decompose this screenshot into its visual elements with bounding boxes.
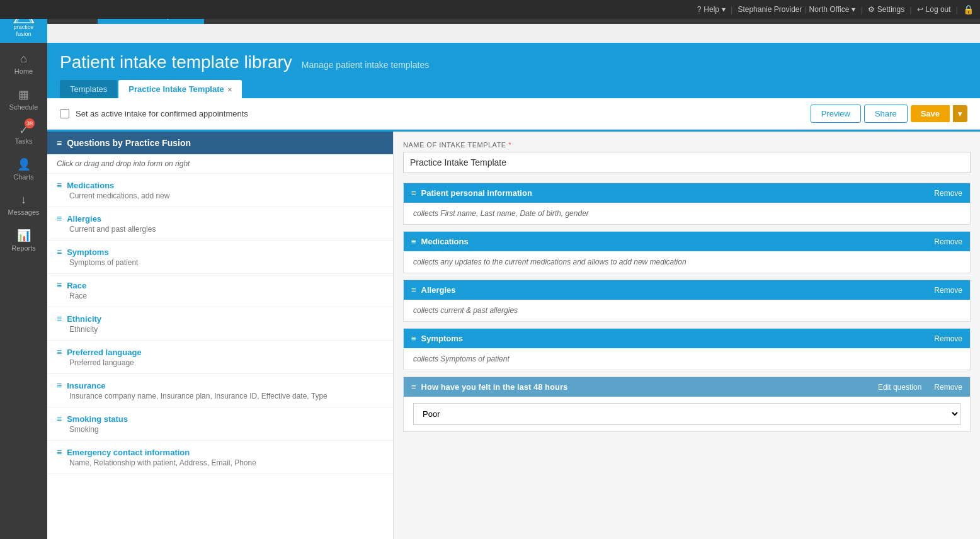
question-race-title[interactable]: ≡ Race — [57, 280, 384, 290]
help-button[interactable]: ? Help ▾ — [697, 5, 726, 14]
sidebar-item-messages[interactable]: ↓ Messages — [0, 187, 47, 222]
tab-active-close[interactable]: × — [228, 86, 232, 93]
template-name-label: NAME OF INTAKE TEMPLATE * — [403, 141, 971, 149]
section-allergies: ≡ Allergies Remove collects current & pa… — [403, 280, 971, 322]
sidebar-label-charts: Charts — [13, 173, 33, 181]
messages-icon: ↓ — [21, 193, 26, 207]
settings-button[interactable]: ⚙ Settings — [868, 5, 904, 14]
drag-icon-section-patient: ≡ — [411, 188, 416, 198]
q-ethnicity-desc: Ethnicity — [57, 325, 384, 334]
active-intake-checkbox[interactable] — [60, 109, 69, 118]
office-name: North Office — [809, 5, 850, 14]
sidebar-label-tasks: Tasks — [14, 137, 32, 145]
section-patient-personal-title: ≡ Patient personal information — [411, 188, 532, 198]
logout-button[interactable]: ↩ Log out — [917, 5, 951, 14]
q-emergency-contact-label: Emergency contact information — [67, 448, 190, 457]
tab-active-label: Practice Intake Template — [128, 84, 224, 94]
template-name-input[interactable] — [403, 152, 971, 173]
question-insurance-title[interactable]: ≡ Insurance — [57, 380, 384, 390]
drag-icon-symptoms: ≡ — [57, 247, 62, 257]
drag-header-icon: ≡ — [57, 138, 62, 148]
question-preferred-language: ≡ Preferred language Preferred language — [47, 341, 393, 374]
how-felt-dropdown[interactable]: Poor Fair Good Very Good Excellent — [413, 403, 960, 425]
home-icon: ⌂ — [20, 52, 27, 65]
question-ethnicity-title[interactable]: ≡ Ethnicity — [57, 314, 384, 324]
left-panel-hint: Click or drag and drop into form on righ… — [47, 154, 393, 174]
sidebar-label-home: Home — [14, 67, 33, 75]
page-header: Patient intake template library Manage p… — [47, 43, 980, 98]
section-medications: ≡ Medications Remove collects any update… — [403, 231, 971, 273]
section-medications-title: ≡ Medications — [411, 237, 469, 246]
settings-label: Settings — [877, 5, 904, 14]
sidebar-item-charts[interactable]: 👤 Charts — [0, 151, 47, 187]
section-patient-personal-body: collects First name, Last name, Date of … — [404, 203, 970, 224]
provider-selector[interactable]: Stephanie Provider | North Office ▾ — [738, 5, 855, 14]
edit-question-button[interactable]: Edit question — [878, 383, 921, 392]
name-label-text: NAME OF INTAKE TEMPLATE — [403, 141, 506, 149]
drag-icon-section-allergies: ≡ — [411, 285, 416, 295]
schedule-icon: ▦ — [18, 88, 29, 101]
tab-practice-intake[interactable]: Practice Intake Template × — [118, 80, 242, 98]
tab-templates-label: Templates — [70, 84, 107, 94]
remove-medications-button[interactable]: Remove — [934, 237, 962, 246]
page-title: Patient intake template library — [60, 52, 292, 72]
charts-icon: 👤 — [17, 157, 31, 171]
question-smoking-status-title[interactable]: ≡ Smoking status — [57, 414, 384, 424]
question-ethnicity: ≡ Ethnicity Ethnicity — [47, 307, 393, 341]
tab-templates[interactable]: Templates — [60, 80, 117, 98]
remove-symptoms-button[interactable]: Remove — [934, 334, 962, 343]
section-allergies-label: Allergies — [421, 285, 456, 295]
remove-allergies-button[interactable]: Remove — [934, 286, 962, 295]
question-preferred-language-title[interactable]: ≡ Preferred language — [57, 347, 384, 357]
section-patient-personal-header: ≡ Patient personal information Remove — [404, 183, 970, 203]
sidebar-item-home[interactable]: ⌂ Home — [0, 46, 47, 81]
sidebar-label-schedule: Schedule — [9, 103, 38, 111]
question-medications-title[interactable]: ≡ Medications — [57, 180, 384, 190]
tasks-badge: 38 — [25, 118, 35, 128]
drag-icon-medications: ≡ — [57, 180, 62, 190]
remove-patient-personal-button[interactable]: Remove — [934, 189, 962, 198]
section-symptoms-label: Symptoms — [421, 334, 463, 343]
two-column-layout: ≡ Questions by Practice Fusion Click or … — [47, 130, 980, 539]
section-symptoms-header: ≡ Symptoms Remove — [404, 329, 970, 348]
q-race-desc: Race — [57, 292, 384, 300]
remove-how-felt-button[interactable]: Remove — [934, 383, 962, 392]
section-how-felt-title: ≡ How have you felt in the last 48 hours — [411, 382, 567, 392]
question-symptoms-title[interactable]: ≡ Symptoms — [57, 247, 384, 257]
q-allergies-desc: Current and past allergies — [57, 225, 384, 234]
right-panel: NAME OF INTAKE TEMPLATE * ≡ Patient pers… — [394, 132, 980, 539]
drag-icon-section-symptoms: ≡ — [411, 334, 416, 343]
drag-icon-emergency-contact: ≡ — [57, 447, 62, 457]
question-allergies-title[interactable]: ≡ Allergies — [57, 213, 384, 224]
drag-icon-preferred-language: ≡ — [57, 347, 62, 357]
logout-label: Log out — [926, 5, 951, 14]
logout-icon: ↩ — [917, 5, 923, 14]
q-medications-desc: Current medications, add new — [57, 191, 384, 200]
left-panel-header: ≡ Questions by Practice Fusion — [47, 132, 393, 154]
checkbox-label: Set as active intake for confirmed appoi… — [76, 109, 248, 118]
question-emergency-contact: ≡ Emergency contact information Name, Re… — [47, 441, 393, 474]
section-allergies-header: ≡ Allergies Remove — [404, 280, 970, 300]
preview-button[interactable]: Preview — [811, 105, 861, 123]
question-emergency-contact-title[interactable]: ≡ Emergency contact information — [57, 447, 384, 457]
sidebar: ⌂ Home ▦ Schedule ✓ 38 Tasks 👤 Charts ↓ … — [0, 43, 47, 539]
left-panel: ≡ Questions by Practice Fusion Click or … — [47, 132, 394, 539]
save-dropdown-button[interactable]: ▾ — [953, 105, 967, 122]
sidebar-item-tasks[interactable]: ✓ 38 Tasks — [0, 117, 47, 151]
reports-icon: 📊 — [17, 229, 31, 242]
question-race: ≡ Race Race — [47, 274, 393, 307]
section-how-felt-body: Poor Fair Good Very Good Excellent — [404, 397, 970, 431]
sidebar-item-reports[interactable]: 📊 Reports — [0, 222, 47, 258]
section-patient-personal-label: Patient personal information — [421, 188, 532, 198]
separator4: | — [956, 5, 958, 14]
sidebar-item-schedule[interactable]: ▦ Schedule — [0, 81, 47, 117]
separator1: | — [731, 5, 732, 14]
drag-icon-race: ≡ — [57, 280, 62, 290]
q-preferred-language-label: Preferred language — [67, 348, 142, 357]
q-smoking-status-desc: Smoking — [57, 425, 384, 434]
help-label: Help — [704, 5, 719, 14]
save-button[interactable]: Save — [911, 105, 950, 122]
chevron-down-icon: ▾ — [722, 5, 726, 14]
share-button[interactable]: Share — [864, 105, 908, 123]
section-how-felt-header: ≡ How have you felt in the last 48 hours… — [404, 377, 970, 397]
